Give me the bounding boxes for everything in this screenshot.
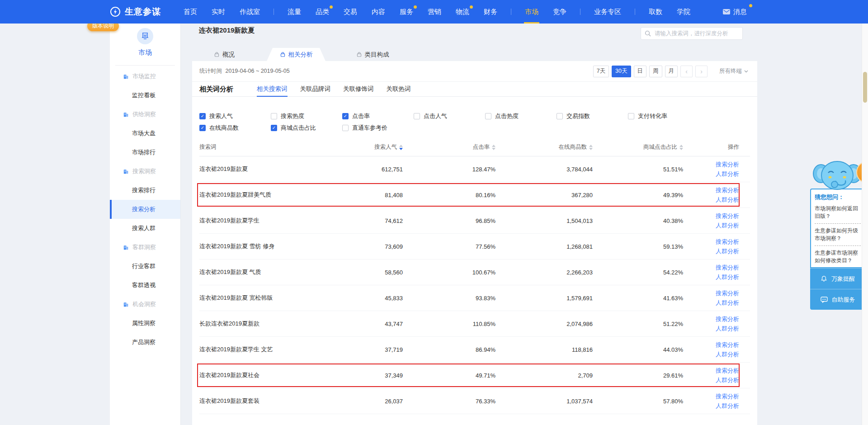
audience-analysis-link[interactable]: 人群分析 [683, 221, 739, 230]
column-header-label: 操作 [728, 144, 739, 150]
nav-item-competition[interactable]: 竞争 [546, 0, 574, 24]
nav-item-content[interactable]: 内容 [364, 0, 392, 24]
analysis-tab-related-brand-words[interactable]: 关联品牌词 [300, 82, 331, 96]
search-analysis-link[interactable]: 搜索分析 [683, 340, 739, 349]
audience-analysis-link[interactable]: 人群分析 [683, 324, 739, 333]
elephant-mascot[interactable] [813, 158, 862, 193]
sidebar-item-attribute-insight[interactable]: 属性洞察 [110, 314, 180, 333]
scrollbar-thumb[interactable] [863, 72, 867, 103]
audience-analysis-link[interactable]: 人群分析 [683, 272, 739, 282]
sidebar-item-search-audience[interactable]: 搜索人群 [110, 219, 180, 238]
column-header-search_popularity[interactable]: 搜索人气 [326, 143, 403, 151]
analysis-tab-related-search-words[interactable]: 相关搜索词 [257, 82, 288, 96]
sidebar-item-search-analysis[interactable]: 搜索分析 [110, 200, 180, 219]
nav-item-service[interactable]: 服务 [392, 0, 420, 24]
metric-checkbox-click-popularity[interactable]: 点击人气 [414, 112, 485, 120]
search-analysis-link[interactable]: 搜索分析 [683, 263, 739, 272]
column-header-mall_click_share[interactable]: 商城点击占比 [593, 143, 683, 151]
analysis-tab-related-hot-words[interactable]: 关联热词 [387, 82, 411, 96]
search-analysis-link[interactable]: 搜索分析 [683, 288, 739, 298]
nav-item-market[interactable]: 市场 [518, 0, 546, 24]
sidebar-item-market-ranking[interactable]: 市场排行 [110, 143, 180, 162]
nav-item-category[interactable]: 品类 [308, 0, 336, 24]
metric-checkbox-search-heat[interactable]: 搜索热度 [271, 112, 342, 120]
range-button-week[interactable]: 周 [649, 66, 662, 77]
metric-checkbox-ctr[interactable]: 点击率 [342, 112, 414, 120]
assistant-button-wanxiang-reminder[interactable]: 万象提醒 [810, 268, 865, 289]
range-button-day[interactable]: 日 [634, 66, 647, 77]
metric-label: 商城点击占比 [281, 124, 316, 132]
nav-item-academy[interactable]: 学院 [670, 0, 698, 24]
assistant-panel: 猜您想问： 市场洞察如何返回旧版？生意参谋如何升级市场洞察？生意参谋市场洞察如何… [810, 189, 865, 268]
sort-icon[interactable] [589, 145, 593, 150]
nav-item-business-zone[interactable]: 业务专区 [587, 0, 628, 24]
sidebar-item-label: 属性洞察 [132, 319, 156, 327]
range-button-7d[interactable]: 7天 [593, 66, 609, 77]
nav-item-traffic[interactable]: 流量 [280, 0, 308, 24]
nav-item-logistics[interactable]: 物流 [448, 0, 476, 24]
terminal-dropdown[interactable]: 所有终端 [719, 67, 748, 75]
range-button-30d[interactable]: 30天 [612, 66, 631, 77]
sort-icon[interactable] [492, 145, 495, 150]
search-input[interactable] [641, 27, 743, 40]
metric-checkbox-mall-click-share[interactable]: 商城点击占比 [271, 124, 342, 132]
dashed-divider [815, 223, 861, 224]
prev-page-button[interactable]: ‹ [680, 66, 693, 77]
nav-item-war-room[interactable]: 作战室 [232, 0, 267, 24]
sidebar-item-search-ranking[interactable]: 搜索排行 [110, 181, 180, 200]
assistant-button-self-service[interactable]: 自助服务 [810, 289, 865, 310]
audience-analysis-link[interactable]: 人群分析 [683, 246, 739, 256]
brand-logo[interactable]: 生意参谋 [110, 6, 161, 18]
metric-checkbox-ztc-reference-price[interactable]: 直通车参考价 [342, 124, 414, 132]
sort-desc-arrow [492, 148, 495, 150]
audience-analysis-link[interactable]: 人群分析 [683, 401, 739, 411]
cell-ctr: 100.67% [403, 269, 495, 276]
tab-category-composition[interactable]: 类目构成 [343, 48, 402, 61]
next-page-button[interactable]: › [695, 66, 708, 77]
nav-item-messages[interactable]: 消息 [718, 0, 751, 24]
sidebar-item-monitor-dashboard[interactable]: 监控看板 [110, 86, 180, 105]
audience-analysis-link[interactable]: 人群分析 [683, 375, 739, 385]
search-analysis-link[interactable]: 搜索分析 [683, 237, 739, 246]
bag-icon [214, 52, 220, 57]
search-analysis-link[interactable]: 搜索分析 [683, 185, 739, 195]
nav-item-data-fetch[interactable]: 取数 [642, 0, 670, 24]
audience-analysis-link[interactable]: 人群分析 [683, 195, 739, 204]
search-analysis-link[interactable]: 搜索分析 [683, 366, 739, 375]
metric-checkbox-transaction-index[interactable]: 交易指数 [557, 112, 628, 120]
cell-actions: 搜索分析人群分析 [683, 160, 750, 179]
metric-checkbox-payment-conversion[interactable]: 支付转化率 [628, 112, 699, 120]
assistant-question[interactable]: 生意参谋市场洞察如何修改类目？ [815, 249, 861, 264]
column-header-online_products[interactable]: 在线商品数 [495, 143, 593, 151]
sort-icon[interactable] [679, 145, 683, 150]
nav-item-finance[interactable]: 财务 [476, 0, 505, 24]
range-button-month[interactable]: 月 [665, 66, 678, 77]
tab-overview[interactable]: 概况 [199, 48, 250, 61]
metric-checkbox-search-popularity[interactable]: 搜索人气 [199, 112, 271, 120]
sidebar-item-customer-perspective[interactable]: 客群透视 [110, 276, 180, 295]
audience-analysis-link[interactable]: 人群分析 [683, 298, 739, 307]
assistant-question[interactable]: 生意参谋如何升级市场洞察？ [815, 227, 861, 242]
search-analysis-link[interactable]: 搜索分析 [683, 160, 739, 169]
search-analysis-link[interactable]: 搜索分析 [683, 314, 739, 324]
audience-analysis-link[interactable]: 人群分析 [683, 169, 739, 179]
sidebar-item-industry-customer[interactable]: 行业客群 [110, 257, 180, 276]
assistant-question[interactable]: 市场洞察如何返回旧版？ [815, 205, 861, 220]
metric-checkbox-online-products[interactable]: 在线商品数 [199, 124, 271, 132]
analysis-tab-related-modifier-words[interactable]: 关联修饰词 [343, 82, 374, 96]
cell-actions: 搜索分析人群分析 [683, 314, 750, 333]
sidebar-item-product-insight[interactable]: 产品洞察 [110, 333, 180, 352]
nav-item-realtime[interactable]: 实时 [204, 0, 232, 24]
search-analysis-link[interactable]: 搜索分析 [683, 392, 739, 401]
audience-analysis-link[interactable]: 人群分析 [683, 349, 739, 359]
sort-icon[interactable] [399, 145, 403, 150]
nav-item-marketing[interactable]: 营销 [420, 0, 448, 24]
sidebar-item-market-overview[interactable]: 市场大盘 [110, 124, 180, 143]
search-analysis-link[interactable]: 搜索分析 [683, 211, 739, 221]
building-icon [123, 74, 129, 80]
column-header-ctr[interactable]: 点击率 [403, 143, 495, 151]
nav-item-home[interactable]: 首页 [176, 0, 204, 24]
tab-related-analysis[interactable]: 相关分析 [267, 48, 326, 61]
metric-checkbox-click-heat[interactable]: 点击热度 [485, 112, 557, 120]
nav-item-transaction[interactable]: 交易 [336, 0, 364, 24]
